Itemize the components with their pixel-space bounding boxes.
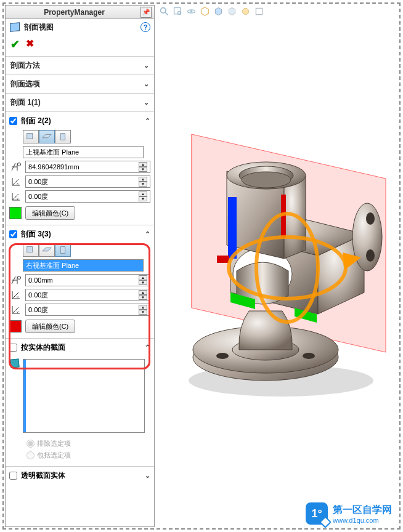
offset-icon [9, 161, 23, 172]
edit-color-3-button[interactable]: 编辑颜色(C) [25, 320, 75, 333]
solid-section-checkbox[interactable] [9, 344, 17, 352]
spin-up[interactable]: ▲ [139, 290, 147, 295]
svg-point-0 [160, 7, 166, 12]
zoom-fit-icon[interactable] [158, 5, 170, 17]
chevron-down-icon: ⌄ [144, 62, 149, 70]
front-plane-btn[interactable] [23, 130, 39, 143]
angle1-row-3: x 0.00度▲▼ [9, 289, 150, 301]
body-icon [10, 359, 20, 369]
angle1-input-2[interactable]: 0.00度▲▼ [25, 175, 150, 188]
watermark-badge: 1° [306, 502, 328, 525]
view-settings-icon[interactable] [253, 5, 265, 17]
front-plane-btn[interactable] [23, 243, 39, 257]
view-toolbar [158, 5, 265, 17]
radio-group: 排除选定项 包括选定项 [9, 435, 150, 461]
chevron-down-icon: ⌄ [144, 80, 149, 88]
pm-header: PropertyManager 📌 [6, 6, 154, 19]
watermark-url: www.d1qu.com [333, 517, 392, 524]
angle2-input-2[interactable]: 0.00度▲▼ [25, 190, 150, 203]
transparent-checkbox[interactable] [9, 472, 17, 480]
orbit-icon[interactable] [185, 5, 197, 17]
spin-down[interactable]: ▼ [139, 182, 147, 187]
display-style-icon[interactable] [212, 5, 224, 17]
property-manager-panel: PropertyManager 📌 剖面视图 ? ✔ ✖ 剖面方法 ⌄ 剖面选项… [5, 5, 155, 527]
section-3-body: 剖面 3(3) ⌃ 右视基准面 Plane 0.00mm▲▼ x 0.00度▲▼… [6, 225, 154, 339]
chevron-up-icon[interactable]: ⌃ [145, 344, 150, 352]
solid-section-body: 按实体的截面 ⌃ 排除选定项 包括选定项 [6, 339, 154, 467]
svg-point-23 [366, 212, 375, 225]
spin-down[interactable]: ▼ [139, 295, 147, 300]
feature-title: 剖面视图 [24, 22, 54, 33]
spin-down[interactable]: ▼ [139, 310, 147, 315]
feature-header: 剖面视图 ? [6, 19, 154, 35]
chevron-down-icon[interactable]: ⌄ [145, 472, 150, 480]
radio-include [26, 451, 35, 459]
pin-icon[interactable]: 📌 [140, 7, 152, 18]
acc-section-options[interactable]: 剖面选项 ⌄ [6, 75, 154, 94]
spin-up[interactable]: ▲ [139, 162, 147, 167]
section-2-body: 剖面 2(2) ⌃ 上视基准面 Plane 84.96042891mm▲▼ x … [6, 112, 154, 225]
cancel-button[interactable]: ✖ [26, 38, 34, 51]
angle-y-icon: y [9, 304, 23, 315]
spin-down[interactable]: ▼ [139, 280, 147, 285]
right-plane-btn[interactable] [55, 130, 71, 143]
acc-section-method[interactable]: 剖面方法 ⌄ [6, 57, 154, 75]
spin-down[interactable]: ▼ [139, 196, 147, 201]
plane-name-3[interactable]: 右视基准面 Plane [23, 259, 144, 272]
svg-point-9 [18, 163, 21, 166]
chevron-up-icon[interactable]: ⌃ [145, 230, 150, 238]
angle2-input-3[interactable]: 0.00度▲▼ [25, 304, 150, 316]
svg-text:x: x [17, 182, 18, 185]
angle1-input-3[interactable]: 0.00度▲▼ [25, 289, 150, 301]
list-selection-bar [23, 360, 26, 432]
ok-button[interactable]: ✔ [10, 38, 20, 51]
transparent-row: 透明截面实体 ⌄ [6, 467, 154, 490]
svg-text:y: y [17, 310, 18, 313]
help-icon[interactable]: ? [140, 22, 150, 32]
scene-icon[interactable] [239, 5, 251, 17]
color-row-3: 编辑颜色(C) [9, 320, 150, 333]
acc-label: 剖面选项 [10, 79, 40, 89]
color-swatch-3[interactable] [9, 320, 22, 332]
right-plane-btn[interactable] [55, 243, 71, 257]
spin-down[interactable]: ▼ [139, 167, 147, 172]
angle-x-icon: x [9, 176, 23, 187]
edit-color-2-button[interactable]: 编辑颜色(C) [25, 206, 75, 220]
angle-y-icon: y [9, 191, 23, 202]
acc-section-1[interactable]: 剖面 1(1) ⌄ [6, 94, 154, 112]
offset-row-3: 0.00mm▲▼ [9, 274, 150, 286]
svg-text:x: x [17, 295, 18, 299]
top-plane-btn[interactable] [39, 243, 55, 257]
zoom-area-icon[interactable] [171, 5, 184, 17]
3d-viewport[interactable] [158, 18, 398, 527]
hide-show-icon[interactable] [226, 5, 238, 17]
offset-input-2[interactable]: 84.96042891mm▲▼ [25, 161, 150, 173]
spin-up[interactable]: ▲ [139, 191, 147, 196]
section-3-checkbox[interactable] [9, 230, 17, 238]
top-plane-btn[interactable] [39, 130, 55, 143]
offset-row-2: 84.96042891mm▲▼ [9, 161, 150, 173]
angle2-row-2: y 0.00度▲▼ [9, 190, 150, 203]
svg-rect-31 [217, 256, 229, 263]
body-list[interactable] [23, 359, 145, 433]
color-swatch-2[interactable] [9, 207, 22, 219]
3d-model [158, 111, 398, 400]
offset-input-3[interactable]: 0.00mm▲▼ [25, 274, 150, 286]
spin-up[interactable]: ▲ [139, 177, 147, 182]
chevron-down-icon: ⌄ [144, 99, 149, 107]
spin-up[interactable]: ▲ [139, 275, 147, 280]
spin-up[interactable]: ▲ [139, 305, 147, 310]
plane-name-2[interactable]: 上视基准面 Plane [23, 146, 144, 158]
section-2-checkbox[interactable] [9, 117, 17, 125]
plane-selector-3 [23, 243, 150, 257]
watermark-name: 第一区自学网 [333, 504, 392, 517]
angle2-row-3: y 0.00度▲▼ [9, 304, 150, 316]
solid-section-label: 按实体的截面 [21, 342, 65, 353]
solid-list-row [9, 357, 150, 435]
view-orient-icon[interactable] [198, 5, 211, 17]
radio-include-label: 包括选定项 [37, 451, 71, 460]
svg-rect-8 [27, 134, 33, 139]
angle-x-icon: x [9, 289, 23, 300]
svg-point-20 [216, 353, 229, 359]
chevron-up-icon[interactable]: ⌃ [145, 117, 150, 125]
